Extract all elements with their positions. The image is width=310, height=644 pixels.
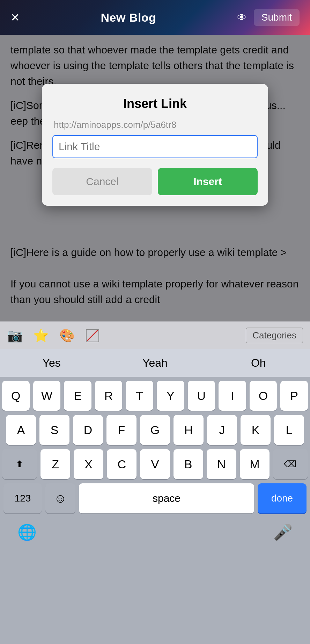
insert-button[interactable]: Insert: [158, 168, 258, 195]
cancel-button[interactable]: Cancel: [52, 168, 152, 195]
star-icon[interactable]: ⭐: [33, 328, 49, 343]
suggestion-yeah[interactable]: Yeah: [103, 351, 207, 375]
editor-toolbar: 📷 ⭐ 🎨 Categories: [0, 321, 310, 349]
keyboard: Yes Yeah Oh Q W E R T Y U I O P A S D F …: [0, 349, 310, 644]
keyboard-suggestions: Yes Yeah Oh: [0, 349, 310, 377]
key-p[interactable]: P: [280, 381, 308, 411]
key-row-3: ⬆ Z X C V B N M ⌫: [2, 449, 308, 479]
key-s[interactable]: S: [39, 415, 69, 445]
dialog-buttons: Cancel Insert: [52, 168, 258, 195]
close-button[interactable]: ✕: [10, 11, 20, 24]
dialog-url: http://aminoapps.com/p/5a6tr8: [52, 119, 258, 130]
key-f[interactable]: F: [106, 415, 136, 445]
key-q[interactable]: Q: [2, 381, 30, 411]
key-n[interactable]: N: [207, 449, 236, 479]
categories-button[interactable]: Categories: [246, 328, 303, 343]
key-v[interactable]: V: [140, 449, 170, 479]
microphone-icon[interactable]: 🎤: [273, 523, 293, 541]
strikethrough-icon[interactable]: [86, 329, 99, 343]
keyboard-bottom-row: 123 ☺ space done: [0, 479, 310, 518]
key-k[interactable]: K: [241, 415, 271, 445]
suggestion-yes[interactable]: Yes: [0, 351, 103, 375]
link-title-input[interactable]: [59, 141, 251, 153]
key-r[interactable]: R: [95, 381, 123, 411]
key-w[interactable]: W: [33, 381, 61, 411]
key-t[interactable]: T: [126, 381, 153, 411]
backspace-key[interactable]: ⌫: [273, 449, 308, 479]
link-title-input-container[interactable]: [52, 135, 258, 158]
key-y[interactable]: Y: [157, 381, 184, 411]
key-b[interactable]: B: [174, 449, 203, 479]
key-u[interactable]: U: [188, 381, 215, 411]
suggestion-oh[interactable]: Oh: [207, 351, 310, 375]
key-d[interactable]: D: [73, 415, 103, 445]
key-e[interactable]: E: [64, 381, 91, 411]
camera-icon[interactable]: 📷: [7, 328, 23, 343]
page-title: New Blog: [101, 11, 156, 24]
keyboard-system-bar: 🌐 🎤: [0, 518, 310, 547]
preview-icon[interactable]: 👁: [237, 12, 247, 23]
key-j[interactable]: J: [207, 415, 237, 445]
key-x[interactable]: X: [74, 449, 103, 479]
key-l[interactable]: L: [274, 415, 304, 445]
palette-icon[interactable]: 🎨: [59, 328, 75, 343]
key-h[interactable]: H: [174, 415, 204, 445]
dialog-title: Insert Link: [52, 96, 258, 111]
submit-button[interactable]: Submit: [254, 9, 300, 26]
key-row-1: Q W E R T Y U I O P: [2, 381, 308, 411]
keyboard-rows: Q W E R T Y U I O P A S D F G H J K L ⬆ …: [0, 377, 310, 479]
numbers-key[interactable]: 123: [3, 483, 42, 513]
key-o[interactable]: O: [250, 381, 277, 411]
space-key[interactable]: space: [79, 483, 254, 513]
key-i[interactable]: I: [219, 381, 246, 411]
key-a[interactable]: A: [6, 415, 36, 445]
emoji-key[interactable]: ☺: [45, 483, 75, 513]
header: ✕ New Blog 👁 Submit: [0, 0, 310, 35]
key-g[interactable]: G: [140, 415, 170, 445]
header-actions: 👁 Submit: [237, 9, 300, 26]
insert-link-dialog: Insert Link http://aminoapps.com/p/5a6tr…: [42, 84, 268, 206]
globe-icon[interactable]: 🌐: [17, 523, 37, 541]
done-key[interactable]: done: [258, 483, 307, 513]
shift-key[interactable]: ⬆: [2, 449, 37, 479]
key-row-2: A S D F G H J K L: [2, 415, 308, 445]
key-z[interactable]: Z: [40, 449, 70, 479]
key-c[interactable]: C: [107, 449, 136, 479]
key-m[interactable]: M: [240, 449, 270, 479]
